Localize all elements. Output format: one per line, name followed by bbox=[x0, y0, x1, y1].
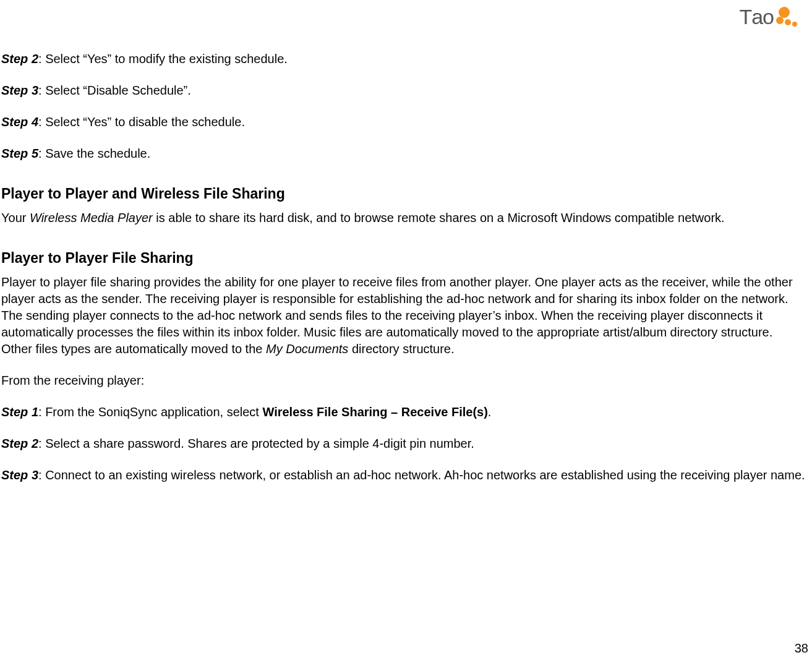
subheading: From the receiving player: bbox=[1, 372, 806, 389]
paragraph: Player to player file sharing provides t… bbox=[1, 274, 806, 357]
step-label: Step 2 bbox=[1, 52, 38, 66]
step-label: Step 1 bbox=[1, 405, 38, 419]
logo-dots-icon bbox=[776, 6, 800, 29]
step-line: Step 1: From the SoniqSync application, … bbox=[1, 404, 806, 421]
step-line: Step 2: Select “Yes” to modify the exist… bbox=[1, 51, 806, 67]
step-label: Step 5 bbox=[1, 147, 38, 160]
step-line: Step 3: Select “Disable Schedule”. bbox=[1, 82, 806, 99]
step-text: : Select “Disable Schedule”. bbox=[38, 83, 191, 97]
text-italic: My Documents bbox=[266, 342, 348, 356]
step-text: : Select a share password. Shares are pr… bbox=[38, 437, 474, 450]
section-heading: Player to Player File Sharing bbox=[1, 249, 806, 268]
text: directory structure. bbox=[348, 342, 454, 356]
logo: Tao bbox=[739, 5, 800, 29]
step-text: : Connect to an existing wireless networ… bbox=[38, 468, 805, 482]
text-italic: Wireless Media Player bbox=[30, 211, 153, 225]
step-line: Step 3: Connect to an existing wireless … bbox=[1, 467, 806, 484]
step-label: Step 3 bbox=[1, 468, 38, 482]
logo-text: Tao bbox=[739, 5, 774, 29]
page-number: 38 bbox=[795, 641, 808, 656]
paragraph: Your Wireless Media Player is able to sh… bbox=[1, 210, 806, 226]
step-text: : Select “Yes” to modify the existing sc… bbox=[38, 52, 288, 66]
section-heading: Player to Player and Wireless File Shari… bbox=[1, 184, 806, 203]
step-text: : Save the schedule. bbox=[38, 147, 150, 160]
text: is able to share its hard disk, and to b… bbox=[153, 211, 725, 225]
step-text: : From the SoniqSync application, select bbox=[38, 405, 262, 419]
step-text: . bbox=[488, 405, 492, 419]
document-body: Step 2: Select “Yes” to modify the exist… bbox=[1, 51, 806, 498]
step-label: Step 3 bbox=[1, 83, 38, 97]
step-label: Step 2 bbox=[1, 437, 38, 450]
step-text: : Select “Yes” to disable the schedule. bbox=[38, 115, 245, 129]
text: Your bbox=[1, 211, 30, 225]
step-line: Step 5: Save the schedule. bbox=[1, 145, 806, 162]
step-text-bold: Wireless File Sharing – Receive File(s) bbox=[262, 405, 487, 419]
page-header: Tao bbox=[739, 5, 800, 29]
step-line: Step 4: Select “Yes” to disable the sche… bbox=[1, 114, 806, 130]
step-line: Step 2: Select a share password. Shares … bbox=[1, 435, 806, 452]
step-label: Step 4 bbox=[1, 115, 38, 129]
